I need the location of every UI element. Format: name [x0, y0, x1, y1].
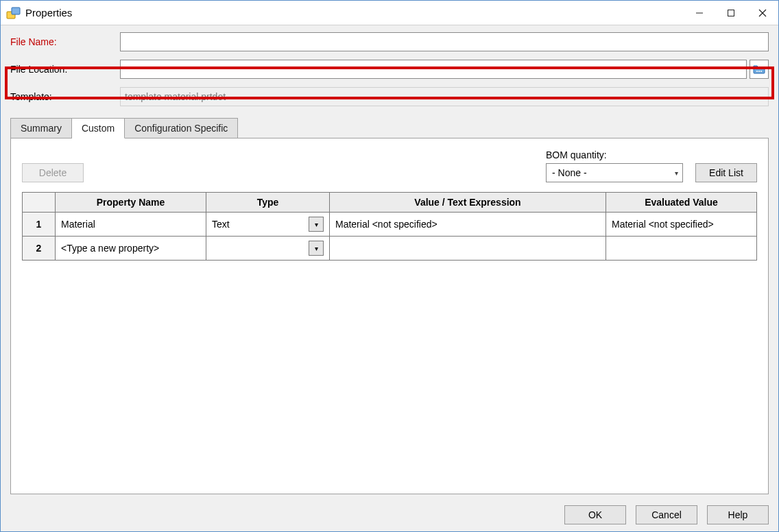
file-location-row: File Location: — [10, 56, 769, 83]
table-row[interactable]: 2 <Type a new property> ▾ — [23, 237, 757, 261]
cell-evaluated-value: Material <not specified> — [606, 213, 757, 237]
dialog-button-bar: OK Cancel Help — [1, 498, 778, 531]
table-row[interactable]: 1 Material Text ▾ Material <not specifie… — [23, 213, 757, 237]
bom-quantity-label: BOM quantity: — [546, 149, 683, 160]
svg-rect-3 — [728, 10, 734, 16]
maximize-button[interactable] — [715, 1, 747, 25]
row-number: 2 — [23, 237, 56, 261]
tab-summary[interactable]: Summary — [10, 118, 72, 138]
col-evaluated-value: Evaluated Value — [606, 193, 757, 213]
type-dropdown-button[interactable]: ▾ — [309, 217, 324, 232]
edit-list-button[interactable]: Edit List — [695, 163, 757, 182]
col-value-expression: Value / Text Expression — [330, 193, 606, 213]
cell-type[interactable]: ▾ — [206, 237, 330, 261]
svg-rect-1 — [12, 8, 20, 14]
window-title: Properties — [25, 7, 684, 19]
chevron-down-icon: ▾ — [675, 169, 678, 177]
cell-value-expression[interactable] — [330, 237, 606, 261]
file-name-input[interactable] — [120, 32, 769, 51]
col-property-name: Property Name — [56, 193, 206, 213]
svg-point-7 — [758, 71, 760, 72]
properties-table: Property Name Type Value / Text Expressi… — [22, 192, 757, 261]
bom-quantity-group: BOM quantity: - None - ▾ — [546, 149, 683, 182]
custom-tab-panel: Delete BOM quantity: - None - ▾ Edit Lis… — [10, 138, 769, 494]
template-row: Template: — [10, 87, 769, 106]
minimize-button[interactable] — [684, 1, 715, 25]
cell-type-value: Text — [212, 219, 230, 230]
title-bar: Properties — [1, 1, 778, 25]
cell-property-name[interactable]: <Type a new property> — [56, 237, 206, 261]
file-name-label: File Name: — [10, 36, 120, 47]
svg-point-6 — [756, 71, 758, 72]
file-location-input[interactable] — [120, 60, 747, 79]
app-icon — [6, 5, 21, 21]
cell-evaluated-value — [606, 237, 757, 261]
type-dropdown-button[interactable]: ▾ — [309, 241, 324, 256]
table-corner — [23, 193, 56, 213]
form-area: File Name: File Location: Template: — [1, 25, 778, 113]
bom-quantity-value: - None - — [552, 167, 587, 178]
bom-quantity-select[interactable]: - None - ▾ — [546, 163, 683, 182]
tab-strip: Summary Custom Configuration Specific — [10, 117, 769, 138]
properties-dialog: Properties File Name: File Location: — [0, 0, 779, 532]
delete-button: Delete — [22, 163, 84, 182]
template-input — [120, 87, 769, 106]
cell-property-name[interactable]: Material — [56, 213, 206, 237]
col-type: Type — [206, 193, 330, 213]
svg-point-8 — [760, 71, 762, 72]
template-label: Template: — [10, 91, 120, 102]
row-number: 1 — [23, 213, 56, 237]
help-button[interactable]: Help — [707, 505, 769, 524]
panel-toolbar: Delete BOM quantity: - None - ▾ Edit Lis… — [22, 149, 757, 182]
folder-icon — [753, 64, 765, 75]
browse-button[interactable] — [750, 60, 769, 79]
ok-button[interactable]: OK — [564, 505, 626, 524]
file-name-row: File Name: — [10, 32, 769, 51]
cell-type[interactable]: Text ▾ — [206, 213, 330, 237]
tab-custom[interactable]: Custom — [72, 118, 125, 138]
tab-configuration-specific[interactable]: Configuration Specific — [125, 118, 238, 138]
file-location-label: File Location: — [10, 64, 120, 75]
cell-value-expression[interactable]: Material <not specified> — [330, 213, 606, 237]
cancel-button[interactable]: Cancel — [636, 505, 697, 524]
close-button[interactable] — [747, 1, 778, 25]
